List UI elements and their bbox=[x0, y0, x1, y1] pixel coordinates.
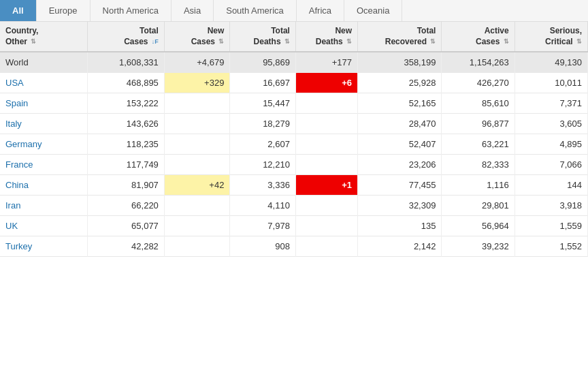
col-header-active-cases[interactable]: ActiveCases ⇅ bbox=[442, 22, 514, 52]
sort-icon-new-cases: ⇅ bbox=[218, 38, 224, 46]
cell-country[interactable]: USA bbox=[0, 73, 88, 93]
cell-country[interactable]: Germany bbox=[0, 134, 88, 155]
country-link[interactable]: France bbox=[5, 159, 33, 170]
cell-new-deaths: +1 bbox=[295, 175, 357, 196]
table-row: China81,907+423,336+177,4551,116144 bbox=[0, 175, 588, 196]
cell-total-recovered: 23,206 bbox=[358, 155, 442, 175]
cell-total-cases: 117,749 bbox=[88, 155, 165, 175]
cell-new-cases bbox=[164, 134, 230, 155]
cell-total-cases: 153,222 bbox=[88, 93, 165, 114]
col-header-serious[interactable]: Serious,Critical ⇅ bbox=[514, 22, 587, 52]
cell-new-deaths bbox=[295, 155, 357, 175]
cell-serious-critical: 4,895 bbox=[514, 134, 587, 155]
country-link[interactable]: USA bbox=[5, 78, 24, 88]
table-row: USA468,895+32916,697+625,928426,27010,01… bbox=[0, 73, 588, 93]
cell-new-cases bbox=[164, 155, 230, 175]
cell-serious-critical: 7,066 bbox=[514, 155, 587, 175]
cell-total-deaths: 4,110 bbox=[230, 196, 296, 216]
table-row: Germany118,2352,60752,40763,2214,895 bbox=[0, 134, 588, 155]
table-row: UK65,0777,97813556,9641,559 bbox=[0, 216, 588, 236]
cell-serious-critical: 144 bbox=[514, 175, 587, 196]
tab-africa[interactable]: Africa bbox=[297, 0, 344, 21]
cell-total-cases: 143,626 bbox=[88, 114, 165, 134]
cell-active-cases: 1,116 bbox=[442, 175, 514, 196]
cell-new-cases bbox=[164, 236, 230, 257]
cell-total-deaths: 2,607 bbox=[230, 134, 296, 155]
cell-total-recovered: 32,309 bbox=[358, 196, 442, 216]
cell-new-cases bbox=[164, 114, 230, 134]
cell-new-cases bbox=[164, 196, 230, 216]
cell-new-deaths bbox=[295, 196, 357, 216]
tab-asia[interactable]: Asia bbox=[172, 0, 214, 21]
cell-new-cases: +4,679 bbox=[164, 52, 230, 73]
cell-serious-critical: 3,918 bbox=[514, 196, 587, 216]
country-link[interactable]: Turkey bbox=[5, 241, 32, 251]
cell-country[interactable]: Iran bbox=[0, 196, 88, 216]
cell-country[interactable]: France bbox=[0, 155, 88, 175]
tab-oceania[interactable]: Oceania bbox=[344, 0, 402, 21]
cell-total-cases: 1,608,331 bbox=[88, 52, 165, 73]
cell-total-deaths: 7,978 bbox=[230, 216, 296, 236]
table-row: Italy143,62618,27928,47096,8773,605 bbox=[0, 114, 588, 134]
tab-europe[interactable]: Europe bbox=[37, 0, 91, 21]
cell-new-deaths bbox=[295, 93, 357, 114]
cell-active-cases: 85,610 bbox=[442, 93, 514, 114]
cell-total-recovered: 77,455 bbox=[358, 175, 442, 196]
sort-icon-serious: ⇅ bbox=[576, 38, 582, 46]
cell-active-cases: 96,877 bbox=[442, 114, 514, 134]
cell-serious-critical: 1,552 bbox=[514, 236, 587, 257]
cell-total-deaths: 16,697 bbox=[230, 73, 296, 93]
cell-active-cases: 56,964 bbox=[442, 216, 514, 236]
cell-country[interactable]: Spain bbox=[0, 93, 88, 114]
cell-serious-critical: 10,011 bbox=[514, 73, 587, 93]
cell-active-cases: 1,154,263 bbox=[442, 52, 514, 73]
cell-active-cases: 39,232 bbox=[442, 236, 514, 257]
sort-icon-total-deaths: ⇅ bbox=[284, 38, 290, 46]
tab-north-america[interactable]: North America bbox=[91, 0, 172, 21]
tab-south-america[interactable]: South America bbox=[214, 0, 297, 21]
cell-new-cases bbox=[164, 216, 230, 236]
cell-total-deaths: 15,447 bbox=[230, 93, 296, 114]
cell-new-cases bbox=[164, 93, 230, 114]
col-header-country[interactable]: Country,Other ⇅ bbox=[0, 22, 88, 52]
tab-all[interactable]: All bbox=[0, 0, 37, 21]
col-header-total-cases[interactable]: TotalCases ↓F bbox=[88, 22, 165, 52]
cell-new-deaths bbox=[295, 134, 357, 155]
col-header-new-cases[interactable]: NewCases ⇅ bbox=[164, 22, 230, 52]
table-row: Iran66,2204,11032,30929,8013,918 bbox=[0, 196, 588, 216]
cell-new-cases: +42 bbox=[164, 175, 230, 196]
cell-new-deaths bbox=[295, 216, 357, 236]
table-row: Spain153,22215,44752,16585,6107,371 bbox=[0, 93, 588, 114]
cell-total-cases: 81,907 bbox=[88, 175, 165, 196]
cell-serious-critical: 7,371 bbox=[514, 93, 587, 114]
country-link[interactable]: UK bbox=[5, 221, 18, 231]
cell-serious-critical: 49,130 bbox=[514, 52, 587, 73]
cell-active-cases: 29,801 bbox=[442, 196, 514, 216]
country-link[interactable]: China bbox=[5, 180, 29, 190]
country-link[interactable]: Iran bbox=[5, 200, 20, 211]
cell-country[interactable]: Italy bbox=[0, 114, 88, 134]
col-header-total-deaths[interactable]: TotalDeaths ⇅ bbox=[230, 22, 296, 52]
cell-new-deaths: +177 bbox=[295, 52, 357, 73]
col-header-new-deaths[interactable]: NewDeaths ⇅ bbox=[295, 22, 357, 52]
country-link[interactable]: Spain bbox=[5, 98, 28, 108]
table-header-row: Country,Other ⇅ TotalCases ↓F NewCases ⇅… bbox=[0, 22, 588, 52]
cell-total-deaths: 12,210 bbox=[230, 155, 296, 175]
table-row: Turkey42,2829082,14239,2321,552 bbox=[0, 236, 588, 257]
cell-country[interactable]: China bbox=[0, 175, 88, 196]
tab-bar: AllEuropeNorth AmericaAsiaSouth AmericaA… bbox=[0, 0, 588, 22]
col-header-total-recovered[interactable]: TotalRecovered ⇅ bbox=[358, 22, 442, 52]
cell-country: World bbox=[0, 52, 88, 73]
country-link[interactable]: Italy bbox=[5, 119, 22, 129]
cell-country[interactable]: Turkey bbox=[0, 236, 88, 257]
cell-total-deaths: 3,336 bbox=[230, 175, 296, 196]
table-row: World1,608,331+4,67995,869+177358,1991,1… bbox=[0, 52, 588, 73]
sort-icon-active-cases: ⇅ bbox=[504, 38, 509, 46]
sort-icon-new-deaths: ⇅ bbox=[346, 38, 352, 46]
cell-country[interactable]: UK bbox=[0, 216, 88, 236]
sort-icon-total-cases: ↓F bbox=[152, 38, 159, 46]
country-link[interactable]: Germany bbox=[5, 139, 42, 149]
cell-total-cases: 65,077 bbox=[88, 216, 165, 236]
cell-total-cases: 468,895 bbox=[88, 73, 165, 93]
cell-total-cases: 66,220 bbox=[88, 196, 165, 216]
